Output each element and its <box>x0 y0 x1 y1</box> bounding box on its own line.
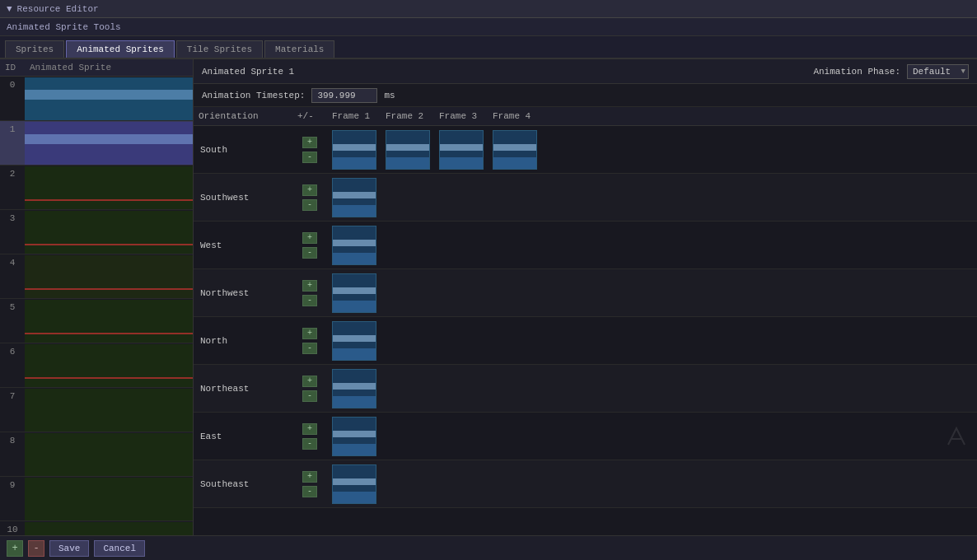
cancel-button[interactable]: Cancel <box>94 540 145 557</box>
northeast-remove-btn[interactable]: - <box>302 390 317 402</box>
northwest-remove-btn[interactable]: - <box>302 295 317 306</box>
sidebar-item-1[interactable]: 1 <box>0 121 193 166</box>
sidebar-id-10: 10 <box>0 521 25 535</box>
orient-southeast: Southeast <box>194 476 292 492</box>
sidebar-item-5[interactable]: 5 <box>0 299 193 343</box>
south-frame2-sprite[interactable] <box>386 130 430 170</box>
southwest-add-btn[interactable]: + <box>302 184 317 196</box>
orientation-table[interactable]: Orientation +/- Frame 1 Frame 2 Frame 3 … <box>194 107 977 535</box>
animation-phase-area: Animation Phase: Default Walk Run Idle <box>813 64 969 79</box>
subtitle-text: Animated Sprite Tools <box>7 22 121 32</box>
east-remove-btn[interactable]: - <box>302 438 317 450</box>
north-frame2-empty <box>381 338 434 344</box>
row-north: North + - <box>194 317 977 365</box>
south-frame3-sprite[interactable] <box>439 130 484 170</box>
title-bar: ▼ Resource Editor <box>0 0 977 18</box>
tab-tile-sprites[interactable]: Tile Sprites <box>176 40 263 58</box>
southwest-frame2-empty <box>381 194 434 201</box>
sidebar-item-8[interactable]: 8 <box>0 432 193 477</box>
animation-phase-label: Animation Phase: <box>813 67 900 77</box>
save-button[interactable]: Save <box>49 540 89 557</box>
east-add-btn[interactable]: + <box>302 423 317 435</box>
northeast-add-btn[interactable]: + <box>302 376 317 387</box>
east-frame1 <box>327 413 381 460</box>
title-bar-title: Resource Editor <box>17 4 99 14</box>
south-add-btn[interactable]: + <box>302 137 317 148</box>
timestep-unit: ms <box>384 91 395 100</box>
title-bar-icon: ▼ <box>7 4 12 14</box>
northwest-frame2-empty <box>381 290 434 296</box>
north-remove-btn[interactable]: - <box>302 343 317 354</box>
sidebar-id-3: 3 <box>0 210 25 226</box>
northeast-frame4-empty <box>488 385 541 392</box>
southwest-frame1-sprite[interactable] <box>332 178 376 217</box>
west-add-btn[interactable]: + <box>302 232 317 244</box>
sidebar-preview-8 <box>25 433 193 476</box>
north-add-btn[interactable]: + <box>302 328 317 339</box>
east-frame2-empty <box>381 433 434 440</box>
col-frame4: Frame 4 <box>488 110 541 123</box>
south-frame2 <box>381 127 434 173</box>
sidebar-preview-2 <box>25 166 193 209</box>
southwest-remove-btn[interactable]: - <box>302 199 317 211</box>
sidebar-id-5: 5 <box>0 299 25 315</box>
northwest-frame1-sprite[interactable] <box>332 273 376 313</box>
south-frame1-sprite[interactable] <box>332 130 376 170</box>
content-area: Animated Sprite 1 Animation Phase: Defau… <box>194 59 977 535</box>
tab-sprites[interactable]: Sprites <box>5 40 64 58</box>
main-layout: ID Animated Sprite 0 1 2 <box>0 59 977 535</box>
south-remove-btn[interactable]: - <box>302 152 317 163</box>
subtitle-bar: Animated Sprite Tools <box>0 18 977 36</box>
tab-animated-sprites[interactable]: Animated Sprites <box>66 40 175 58</box>
sidebar-col-name: Animated Sprite <box>30 63 188 72</box>
sidebar-preview-4 <box>25 255 193 298</box>
sidebar-item-2[interactable]: 2 <box>0 166 193 210</box>
northwest-add-btn[interactable]: + <box>302 280 317 292</box>
add-button[interactable]: + <box>7 540 23 557</box>
west-frame1-sprite[interactable] <box>332 226 376 265</box>
table-header: Orientation +/- Frame 1 Frame 2 Frame 3 … <box>194 107 977 126</box>
tab-materials[interactable]: Materials <box>264 40 334 58</box>
animation-phase-select[interactable]: Default Walk Run Idle <box>907 64 969 79</box>
sidebar-item-6[interactable]: 6 <box>0 343 193 388</box>
remove-button[interactable]: - <box>28 540 44 557</box>
sidebar-id-8: 8 <box>0 432 25 449</box>
sidebar-id-7: 7 <box>0 388 25 404</box>
southeast-remove-btn[interactable]: - <box>302 486 317 497</box>
row-south: South + - <box>194 126 977 174</box>
orient-northwest: Northwest <box>194 285 292 301</box>
phase-select-wrapper[interactable]: Default Walk Run Idle <box>907 64 969 79</box>
sidebar-item-9[interactable]: 9 <box>0 477 193 521</box>
timestep-label: Animation Timestep: <box>202 91 305 100</box>
west-remove-btn[interactable]: - <box>302 247 317 259</box>
sidebar-item-0[interactable]: 0 <box>0 77 193 121</box>
west-frame4-empty <box>488 242 541 249</box>
sidebar-item-7[interactable]: 7 <box>0 388 193 432</box>
bottom-bar: + - Save Cancel <box>0 535 977 560</box>
content-title: Animated Sprite 1 <box>202 67 294 77</box>
sidebar-preview-5 <box>25 300 193 343</box>
timestep-row: Animation Timestep: ms <box>194 84 977 107</box>
south-frame4 <box>488 127 541 173</box>
timestep-input[interactable] <box>311 88 377 103</box>
sidebar-item-3[interactable]: 3 <box>0 210 193 254</box>
sidebar-item-10[interactable]: 10 <box>0 521 193 535</box>
pm-east: + - <box>292 420 327 453</box>
pm-northwest: + - <box>292 277 327 310</box>
south-frame4-sprite[interactable] <box>493 130 537 170</box>
sidebar-item-4[interactable]: 4 <box>0 254 193 299</box>
row-northeast: Northeast + - <box>194 365 977 413</box>
orient-south: South <box>194 142 292 158</box>
pm-southeast: + - <box>292 468 327 501</box>
southeast-add-btn[interactable]: + <box>302 471 317 483</box>
sidebar-list[interactable]: 0 1 2 3 <box>0 77 193 535</box>
northeast-frame1-sprite[interactable] <box>332 369 376 408</box>
north-frame1-sprite[interactable] <box>332 321 376 361</box>
row-southwest: Southwest + - <box>194 174 977 222</box>
southeast-frame1-sprite[interactable] <box>332 464 376 504</box>
sidebar-id-4: 4 <box>0 254 25 271</box>
south-frame1 <box>327 127 381 173</box>
northeast-frame3-empty <box>434 385 488 392</box>
east-frame1-sprite[interactable] <box>332 417 376 456</box>
northwest-frame1 <box>327 270 381 316</box>
